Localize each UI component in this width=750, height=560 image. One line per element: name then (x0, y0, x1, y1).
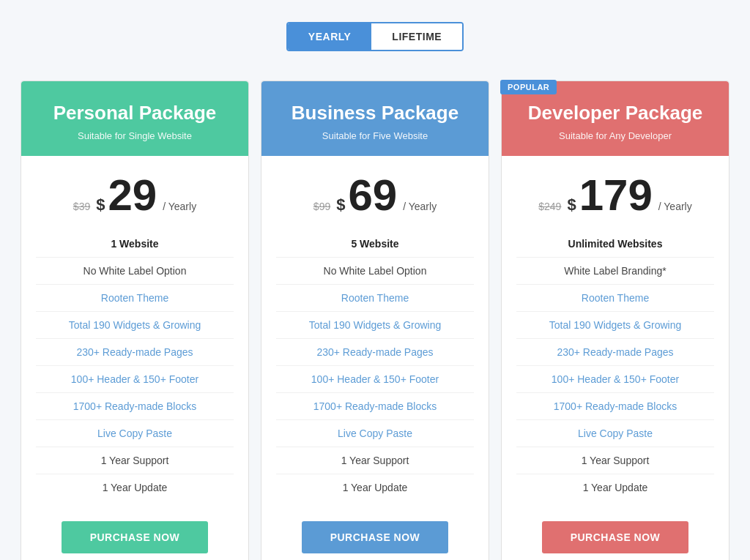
plan-title: Developer Package (516, 102, 714, 124)
card-header: Personal Package Suitable for Single Web… (21, 81, 248, 156)
feature-item: Live Copy Paste (516, 420, 714, 447)
plan-subtitle: Suitable for Five Website (276, 130, 474, 141)
feature-item: 100+ Header & 150+ Footer (276, 366, 474, 393)
feature-item: 100+ Header & 150+ Footer (36, 366, 234, 393)
feature-item: No White Label Option (276, 258, 474, 285)
feature-item: 230+ Ready-made Pages (276, 339, 474, 366)
feature-item: Rooten Theme (516, 285, 714, 312)
main-price: 179 (579, 173, 653, 217)
feature-item: Live Copy Paste (36, 420, 234, 447)
feature-item: 230+ Ready-made Pages (516, 339, 714, 366)
feature-item: Total 190 Widgets & Growing (276, 312, 474, 339)
feature-item: Total 190 Widgets & Growing (516, 312, 714, 339)
pricing-card-developer: POPULAR Developer Package Suitable for A… (501, 81, 729, 560)
plan-subtitle: Suitable for Any Developer (516, 130, 714, 141)
purchase-button[interactable]: PURCHASE NOW (302, 521, 448, 553)
pricing-card-personal: Personal Package Suitable for Single Web… (21, 81, 249, 560)
feature-item: 1700+ Ready-made Blocks (36, 393, 234, 420)
plan-subtitle: Suitable for Single Website (36, 130, 234, 141)
purchase-button[interactable]: PURCHASE NOW (542, 521, 688, 553)
per-period: / Yearly (403, 201, 437, 212)
feature-item: 100+ Header & 150+ Footer (516, 366, 714, 393)
currency-symbol: $ (96, 197, 105, 213)
features-list: 1 WebsiteNo White Label OptionRooten The… (21, 231, 248, 501)
per-period: / Yearly (163, 201, 196, 212)
billing-toggle[interactable]: YEARLY LIFETIME (286, 22, 464, 51)
pricing-card-business: Business Package Suitable for Five Websi… (261, 81, 489, 560)
pricing-cards: Personal Package Suitable for Single Web… (15, 81, 735, 560)
popular-badge: POPULAR (500, 80, 557, 94)
purchase-button[interactable]: PURCHASE NOW (62, 521, 208, 553)
features-list: 5 WebsiteNo White Label OptionRooten The… (261, 231, 489, 501)
feature-item: 1 Year Update (276, 474, 474, 501)
main-price: 69 (348, 173, 397, 217)
feature-item: 1700+ Ready-made Blocks (276, 393, 474, 420)
card-header: Business Package Suitable for Five Websi… (261, 81, 489, 156)
yearly-toggle[interactable]: YEARLY (288, 23, 372, 50)
currency-symbol: $ (336, 197, 345, 213)
per-period: / Yearly (658, 201, 692, 212)
main-price: 29 (108, 173, 157, 217)
old-price: $249 (538, 201, 561, 212)
feature-item: 1 Year Update (516, 474, 714, 501)
plan-title: Personal Package (36, 102, 234, 124)
feature-item: 1 Year Support (36, 447, 234, 474)
feature-item: Unlimited Websites (516, 231, 714, 258)
feature-item: Rooten Theme (36, 285, 234, 312)
feature-item: 1 Year Support (516, 447, 714, 474)
old-price: $99 (313, 201, 330, 212)
feature-item: 1 Website (36, 231, 234, 258)
feature-item: Total 190 Widgets & Growing (36, 312, 234, 339)
price-section: $39 $ 29 / Yearly (21, 156, 248, 231)
price-section: $99 $ 69 / Yearly (261, 156, 489, 231)
features-list: Unlimited WebsitesWhite Label Branding*R… (502, 231, 729, 501)
feature-item: 5 Website (276, 231, 474, 258)
old-price: $39 (73, 201, 90, 212)
feature-item: 230+ Ready-made Pages (36, 339, 234, 366)
feature-item: 1700+ Ready-made Blocks (516, 393, 714, 420)
lifetime-toggle[interactable]: LIFETIME (371, 23, 462, 50)
feature-item: Live Copy Paste (276, 420, 474, 447)
plan-title: Business Package (276, 102, 474, 124)
currency-symbol: $ (567, 197, 576, 213)
feature-item: 1 Year Support (276, 447, 474, 474)
feature-item: 1 Year Update (36, 474, 234, 501)
feature-item: No White Label Option (36, 258, 234, 285)
price-section: $249 $ 179 / Yearly (502, 156, 729, 231)
feature-item: White Label Branding* (516, 258, 714, 285)
feature-item: Rooten Theme (276, 285, 474, 312)
